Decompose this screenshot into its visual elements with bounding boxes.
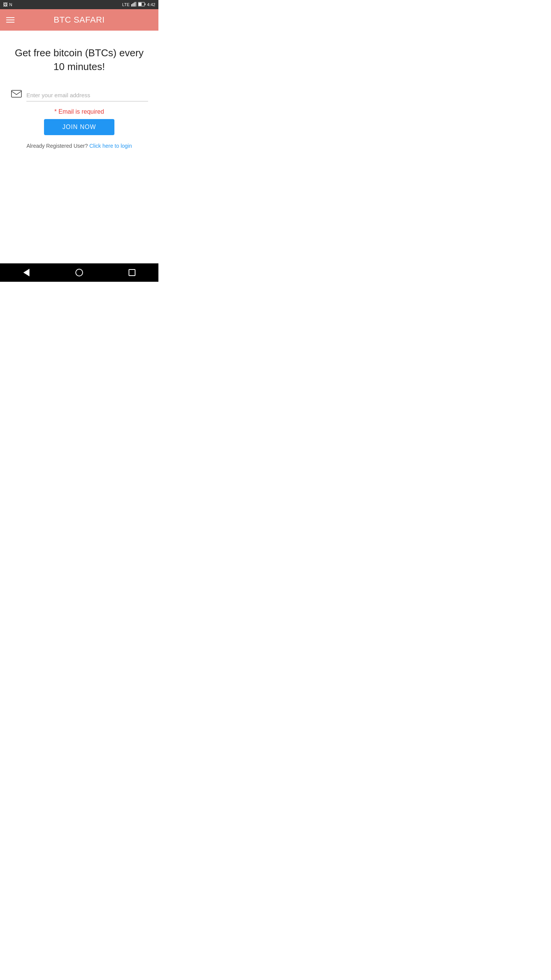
app-title: BTC SAFARI bbox=[21, 15, 138, 25]
email-icon bbox=[10, 89, 23, 98]
svg-rect-3 bbox=[135, 2, 135, 7]
svg-rect-0 bbox=[131, 4, 132, 7]
signal-icon bbox=[131, 1, 137, 8]
email-field-container bbox=[26, 90, 148, 101]
notification-icon: N bbox=[9, 2, 12, 7]
email-input-row bbox=[10, 89, 148, 101]
status-bar-right: LTE 4:42 bbox=[122, 1, 155, 8]
svg-rect-8 bbox=[11, 90, 21, 97]
recents-icon bbox=[129, 269, 135, 276]
hero-text: Get free bitcoin (BTCs) every 10 minutes… bbox=[9, 46, 149, 74]
battery-icon bbox=[138, 1, 146, 8]
email-error-message: * Email is required bbox=[54, 108, 104, 115]
svg-rect-2 bbox=[134, 3, 134, 7]
email-icon-container bbox=[10, 89, 23, 101]
home-button[interactable] bbox=[72, 265, 87, 280]
menu-button[interactable] bbox=[6, 17, 15, 23]
svg-rect-6 bbox=[139, 3, 142, 6]
lte-label: LTE bbox=[122, 2, 129, 7]
main-content: Get free bitcoin (BTCs) every 10 minutes… bbox=[0, 31, 158, 263]
already-registered-label: Already Registered User? bbox=[26, 143, 88, 149]
back-icon bbox=[23, 269, 29, 276]
status-bar-left: 🖼 N bbox=[3, 2, 12, 7]
svg-rect-4 bbox=[136, 2, 137, 7]
already-registered-text: Already Registered User? Click here to l… bbox=[26, 143, 132, 149]
recents-button[interactable] bbox=[124, 265, 140, 280]
join-now-button[interactable]: JOIN NOW bbox=[44, 119, 114, 135]
svg-rect-1 bbox=[132, 3, 133, 7]
time-display: 4:42 bbox=[147, 2, 155, 7]
svg-rect-7 bbox=[145, 3, 145, 5]
login-link[interactable]: Click here to login bbox=[89, 143, 132, 149]
app-bar: BTC SAFARI bbox=[0, 9, 158, 31]
photo-icon: 🖼 bbox=[3, 2, 8, 7]
home-icon bbox=[75, 269, 83, 276]
email-input[interactable] bbox=[26, 90, 148, 101]
back-button[interactable] bbox=[19, 265, 34, 280]
status-bar: 🖼 N LTE 4:42 bbox=[0, 0, 158, 9]
bottom-nav-bar bbox=[0, 263, 158, 282]
